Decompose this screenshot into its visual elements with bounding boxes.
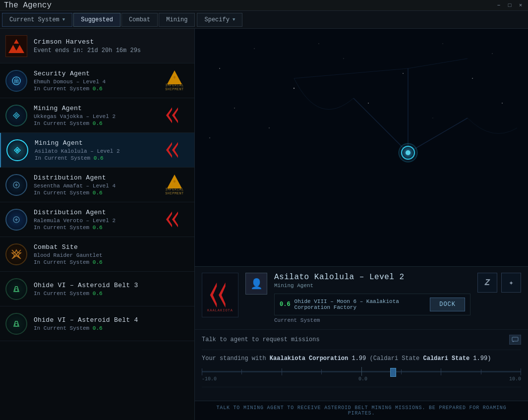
list-item[interactable]: Mining Agent Ukkegas Vajokka – Level 2 I…: [0, 98, 194, 133]
site-icon-shape: [5, 313, 27, 335]
list-item[interactable]: Security Agent Ehmuh Domous – Level 4 In…: [0, 63, 194, 98]
list-item-selected[interactable]: Mining Agent Asilato Kalolula – Level 2 …: [0, 133, 194, 168]
location-label: In Current System: [34, 259, 89, 265]
kaalakiota-label: KAALAKIOTA: [207, 308, 233, 312]
list-item[interactable]: Distribution Agent Sesentha Amafat – Lev…: [0, 168, 194, 202]
footer-bar: TALK TO MINING AGENT TO RECEIVE ASTEROID…: [195, 401, 528, 420]
item-location: In Current System 0.6: [34, 86, 154, 92]
kaalakiota-logo-big: KAALAKIOTA: [205, 278, 235, 312]
location-label: In Current System: [34, 225, 89, 231]
kaalakiota-chevrons-svg-2: [162, 136, 187, 164]
standing-marker: [390, 368, 396, 377]
item-info: Mining Agent Asilato Kalolula – Level 2 …: [35, 139, 154, 161]
svg-point-17: [368, 103, 369, 104]
svg-point-3: [16, 149, 19, 152]
list-item[interactable]: Ohide VI – Asteroid Belt 3 In Current Sy…: [0, 272, 194, 306]
location-label: In Current System: [34, 291, 89, 297]
talk-text: Talk to agent to request missions: [202, 336, 504, 343]
agent-icon-shape: [5, 209, 27, 231]
kaalakiota-logo: [161, 140, 188, 161]
svg-point-10: [219, 68, 220, 69]
item-logo: [160, 105, 189, 126]
svg-line-29: [294, 68, 408, 78]
tab-mining[interactable]: Mining: [159, 13, 195, 27]
list-item[interactable]: Ohide VI – Asteroid Belt 4 In Current Sy…: [0, 306, 194, 341]
star-map-svg: [195, 29, 528, 266]
agent-header: KAALAKIOTA 👤 Asilato Kalolula – Level 2 …: [195, 267, 528, 330]
svg-point-13: [343, 58, 344, 59]
security-value: 0.6: [93, 225, 103, 231]
tab-current-system[interactable]: Current System ▼: [2, 13, 72, 27]
location-security: 0.6: [280, 301, 291, 308]
svg-point-18: [432, 118, 433, 118]
kaalakiota-logo: [161, 105, 188, 126]
security-value: 0.6: [93, 291, 103, 297]
tabbar: Current System ▼ Suggested Combat Mining…: [0, 11, 528, 29]
item-info: Ohide VI – Asteroid Belt 4 In Current Sy…: [34, 316, 189, 331]
combat-site-icon: [5, 243, 28, 266]
imperial-logo-2: IMPERIALSHIPMENT: [161, 175, 188, 195]
agent-body: Talk to agent to request missions Your s…: [195, 330, 528, 401]
item-location: In Current System 0.6: [34, 225, 154, 231]
agent-info: Asilato Kalolula – Level 2 Mining Agent …: [274, 273, 470, 323]
security-agent-icon: [5, 69, 28, 92]
z-badge-icon: Z: [485, 278, 490, 288]
close-button[interactable]: ×: [517, 2, 524, 8]
item-logo: IMPERIALSHIPMENT: [160, 174, 189, 196]
list-item-combat[interactable]: Combat Site Blood Raider Gauntlet In Cur…: [0, 237, 194, 272]
item-title: Mining Agent: [34, 105, 154, 112]
item-location: In Current System 0.6: [34, 325, 189, 331]
item-info: Mining Agent Ukkegas Vajokka – Level 2 I…: [34, 105, 154, 126]
kaalakiota-big-svg: [205, 278, 235, 312]
titlebar-controls: − □ ×: [495, 2, 524, 8]
list-item[interactable]: Crimson Harvest Event ends in: 21d 20h 1…: [0, 29, 194, 63]
agent-location: 0.6 Ohide VIII – Moon 6 – Kaalakiota Cor…: [274, 294, 470, 315]
footer-text: TALK TO MINING AGENT TO RECEIVE ASTEROID…: [217, 405, 507, 416]
security-value: 0.6: [93, 325, 103, 331]
kaalakiota-logo-3: [161, 209, 188, 230]
item-title: Crimson Harvest: [34, 38, 189, 46]
titlebar: The Agency − □ ×: [0, 0, 528, 11]
security-value: 0.6: [94, 155, 104, 161]
svg-point-11: [254, 48, 255, 49]
svg-point-15: [442, 43, 443, 44]
tab-current-system-label: Current System: [9, 16, 59, 23]
dock-button[interactable]: DOCK: [430, 298, 465, 311]
svg-line-28: [408, 59, 468, 68]
item-info: Security Agent Ehmuh Domous – Level 4 In…: [34, 70, 154, 92]
detail-panel: KAALAKIOTA 👤 Asilato Kalolula – Level 2 …: [195, 266, 528, 420]
tab-specify[interactable]: Specify ▼: [197, 13, 242, 27]
asteroid-belt-4-icon: [5, 312, 28, 335]
item-subtitle: Asilato Kalolula – Level 2: [35, 148, 154, 154]
agent-icon-shape: [5, 70, 27, 92]
tab-combat[interactable]: Combat: [121, 13, 158, 27]
item-title: Distribution Agent: [34, 209, 154, 216]
star-map: [195, 29, 528, 266]
maximize-button[interactable]: □: [506, 2, 513, 8]
mining-agent-icon-2: [6, 139, 29, 162]
imperial-icon-2: [167, 175, 182, 186]
location-label: In Current System: [34, 325, 89, 331]
distribution-agent-icon-2: [5, 208, 28, 231]
item-info: Crimson Harvest Event ends in: 21d 20h 1…: [34, 38, 189, 54]
item-location: In Current System 0.6: [34, 259, 189, 265]
star-badge-icon: ✦: [509, 278, 514, 288]
system-node[interactable]: [401, 146, 415, 160]
svg-point-8: [15, 289, 18, 292]
talk-section: Talk to agent to request missions: [202, 330, 521, 350]
chat-icon[interactable]: [509, 335, 521, 345]
minimize-button[interactable]: −: [495, 2, 502, 8]
svg-point-1: [15, 79, 18, 82]
tab-suggested[interactable]: Suggested: [73, 13, 120, 27]
list-item[interactable]: Distribution Agent Ralemula Veroto – Lev…: [0, 202, 194, 237]
security-value: 0.6: [93, 190, 103, 196]
location-label: In Current System: [34, 120, 89, 126]
security-value: 0.6: [93, 86, 103, 92]
security-value: 0.6: [93, 259, 103, 265]
standing-section: Your standing with Kaalakiota Corporatio…: [202, 350, 521, 387]
item-title: Security Agent: [34, 70, 154, 77]
standing-text: Your standing with Kaalakiota Corporatio…: [202, 355, 521, 362]
item-info: Distribution Agent Ralemula Veroto – Lev…: [34, 209, 154, 231]
item-title: Ohide VI – Asteroid Belt 3: [34, 282, 189, 289]
svg-point-9: [15, 323, 18, 326]
